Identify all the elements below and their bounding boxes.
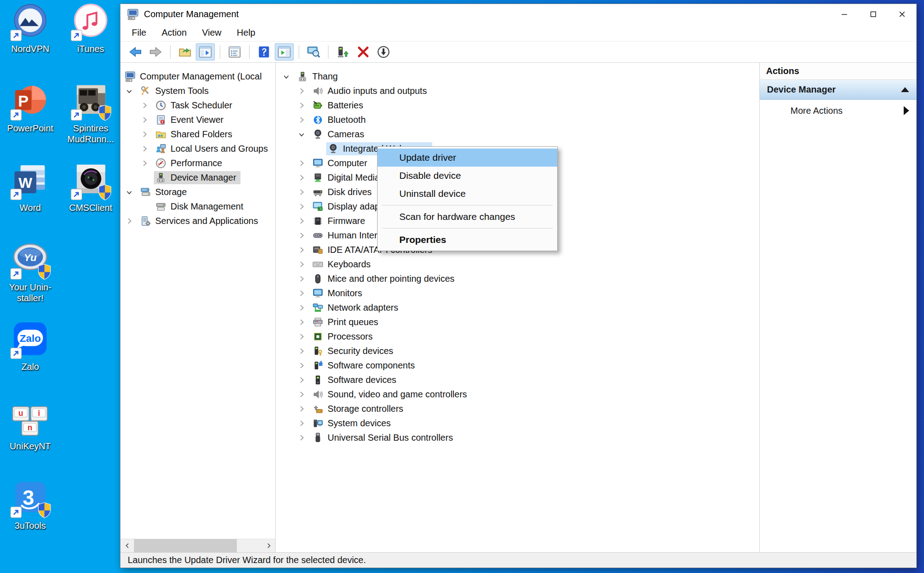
back-button[interactable] bbox=[126, 43, 145, 61]
chevron-right-icon[interactable] bbox=[296, 374, 307, 386]
context-menu-item-update-driver[interactable]: Update driver bbox=[378, 149, 557, 167]
chevron-down-icon[interactable] bbox=[280, 70, 292, 82]
chevron-right-icon[interactable] bbox=[296, 432, 307, 443]
tree-item-event-viewer[interactable]: Event Viewer bbox=[120, 112, 275, 127]
tree-item-network-adapters[interactable]: Network adapters bbox=[276, 300, 759, 315]
chevron-down-icon[interactable] bbox=[296, 128, 307, 140]
uninstall-device-button[interactable] bbox=[354, 43, 373, 61]
chevron-right-icon[interactable] bbox=[296, 99, 307, 111]
chevron-right-icon[interactable] bbox=[296, 258, 307, 270]
desktop-icon-cmsclient[interactable]: CMSClient bbox=[60, 161, 121, 240]
tree-item-bluetooth[interactable]: Bluetooth bbox=[276, 112, 759, 127]
context-menu-item-scan-for-hardware-changes[interactable]: Scan for hardware changes bbox=[378, 208, 557, 226]
tree-item-system-tools[interactable]: System Tools bbox=[120, 84, 275, 98]
properties-button[interactable] bbox=[225, 43, 244, 61]
desktop-icon-powerpoint[interactable]: PPowerPoint bbox=[0, 81, 60, 161]
scroll-left-button[interactable] bbox=[120, 539, 134, 553]
tree-item-storage[interactable]: Storage bbox=[120, 185, 275, 199]
chevron-right-icon[interactable] bbox=[296, 287, 307, 299]
chevron-right-icon[interactable] bbox=[296, 215, 307, 227]
chevron-down-icon[interactable] bbox=[123, 85, 135, 97]
chevron-right-icon[interactable] bbox=[296, 200, 307, 212]
context-menu-item-disable-device[interactable]: Disable device bbox=[378, 167, 557, 185]
chevron-right-icon[interactable] bbox=[296, 302, 307, 313]
chevron-right-icon[interactable] bbox=[296, 244, 307, 256]
chevron-right-icon[interactable] bbox=[296, 316, 307, 328]
tree-item-performance[interactable]: Performance bbox=[120, 156, 275, 170]
tree-item-sound-video-and-game-controllers[interactable]: Sound, video and game controllers bbox=[276, 387, 759, 401]
tree-item-processors[interactable]: Processors bbox=[276, 329, 759, 344]
tree-item-thang[interactable]: Thang bbox=[276, 69, 759, 84]
tree-item-audio-inputs-and-outputs[interactable]: Audio inputs and outputs bbox=[276, 84, 759, 98]
chevron-right-icon[interactable] bbox=[123, 215, 135, 227]
context-menu-item-uninstall-device[interactable]: Uninstall device bbox=[378, 185, 557, 203]
chevron-right-icon[interactable] bbox=[139, 143, 150, 154]
forward-button[interactable] bbox=[146, 43, 165, 61]
help-button[interactable] bbox=[254, 43, 273, 61]
chevron-right-icon[interactable] bbox=[296, 331, 307, 342]
chevron-right-icon[interactable] bbox=[139, 128, 150, 140]
chevron-right-icon[interactable] bbox=[139, 99, 150, 111]
tree-item-disk-management[interactable]: Disk Management bbox=[120, 199, 275, 214]
chevron-right-icon[interactable] bbox=[296, 229, 307, 241]
tree-item-keyboards[interactable]: Keyboards bbox=[276, 257, 759, 271]
tree-item-universal-serial-bus-controllers[interactable]: Universal Serial Bus controllers bbox=[276, 430, 759, 445]
tree-item-cameras[interactable]: Cameras bbox=[276, 127, 759, 141]
tree-item-system-devices[interactable]: System devices bbox=[276, 416, 759, 430]
tree-item-security-devices[interactable]: Security devices bbox=[276, 344, 759, 358]
menu-view[interactable]: View bbox=[194, 28, 229, 38]
export-list-button[interactable] bbox=[176, 43, 194, 61]
close-button[interactable] bbox=[887, 4, 916, 24]
chevron-right-icon[interactable] bbox=[296, 172, 307, 183]
desktop-icon-word[interactable]: WWord bbox=[0, 161, 60, 240]
tree-item-device-manager[interactable]: Device Manager bbox=[120, 170, 275, 185]
tree-item-software-devices[interactable]: Software devices bbox=[276, 373, 759, 387]
desktop-icon-nordvpn[interactable]: NordVPN bbox=[0, 2, 60, 81]
tree-item-monitors[interactable]: Monitors bbox=[276, 286, 759, 300]
scan-for-hardware-changes-button[interactable] bbox=[304, 43, 323, 61]
chevron-right-icon[interactable] bbox=[139, 114, 150, 126]
more-actions-item[interactable]: More Actions bbox=[760, 100, 916, 121]
actions-section-device-manager[interactable]: Device Manager bbox=[760, 80, 916, 100]
title-bar[interactable]: Computer Management bbox=[120, 4, 916, 24]
chevron-down-icon[interactable] bbox=[123, 186, 135, 198]
tree-item-local-users-and-groups[interactable]: Local Users and Groups bbox=[120, 141, 275, 156]
scroll-right-button[interactable] bbox=[262, 539, 275, 553]
context-menu-item-properties[interactable]: Properties bbox=[378, 231, 557, 249]
chevron-right-icon[interactable] bbox=[296, 273, 307, 284]
show-hide-action-pane-button[interactable] bbox=[275, 43, 294, 61]
maximize-button[interactable] bbox=[859, 4, 887, 24]
menu-file[interactable]: File bbox=[124, 28, 154, 38]
chevron-right-icon[interactable] bbox=[296, 345, 307, 357]
show-hide-console-tree-button[interactable] bbox=[196, 43, 215, 61]
disable-device-button[interactable] bbox=[374, 43, 393, 61]
tree-item-task-scheduler[interactable]: Task Scheduler bbox=[120, 98, 275, 112]
chevron-right-icon[interactable] bbox=[296, 417, 307, 429]
tree-item-shared-folders[interactable]: Shared Folders bbox=[120, 127, 275, 141]
tree-item-mice-and-other-pointing-devices[interactable]: Mice and other pointing devices bbox=[276, 271, 759, 286]
menu-action[interactable]: Action bbox=[154, 28, 194, 38]
tree-item-print-queues[interactable]: Print queues bbox=[276, 315, 759, 329]
chevron-right-icon[interactable] bbox=[139, 157, 150, 169]
menu-help[interactable]: Help bbox=[229, 28, 263, 38]
desktop-icon-your-unin-staller[interactable]: YuYour Unin-staller! bbox=[0, 240, 60, 320]
chevron-right-icon[interactable] bbox=[296, 186, 307, 198]
collapse-icon[interactable] bbox=[901, 87, 909, 92]
update-driver-button[interactable] bbox=[333, 43, 352, 61]
chevron-right-icon[interactable] bbox=[296, 359, 307, 371]
desktop-icon-3utools[interactable]: 33uTools bbox=[0, 479, 60, 558]
desktop-icon-spintires-mudrunn[interactable]: Spintires MudRunn... bbox=[60, 81, 121, 161]
horizontal-scrollbar[interactable] bbox=[120, 539, 275, 552]
chevron-right-icon[interactable] bbox=[296, 403, 307, 415]
tree-item-storage-controllers[interactable]: Storage controllers bbox=[276, 401, 759, 416]
tree-item-software-components[interactable]: Software components bbox=[276, 358, 759, 373]
scrollbar-thumb[interactable] bbox=[134, 539, 237, 553]
tree-item-computer-management-local[interactable]: Computer Management (Local bbox=[120, 69, 275, 84]
chevron-right-icon[interactable] bbox=[296, 114, 307, 126]
desktop-icon-unikeynt[interactable]: uinUniKeyNT bbox=[0, 399, 60, 479]
minimize-button[interactable] bbox=[830, 4, 859, 24]
chevron-right-icon[interactable] bbox=[296, 388, 307, 400]
tree-item-services-and-applications[interactable]: Services and Applications bbox=[120, 214, 275, 228]
chevron-right-icon[interactable] bbox=[296, 157, 307, 169]
desktop-icon-itunes[interactable]: iTunes bbox=[60, 2, 121, 81]
